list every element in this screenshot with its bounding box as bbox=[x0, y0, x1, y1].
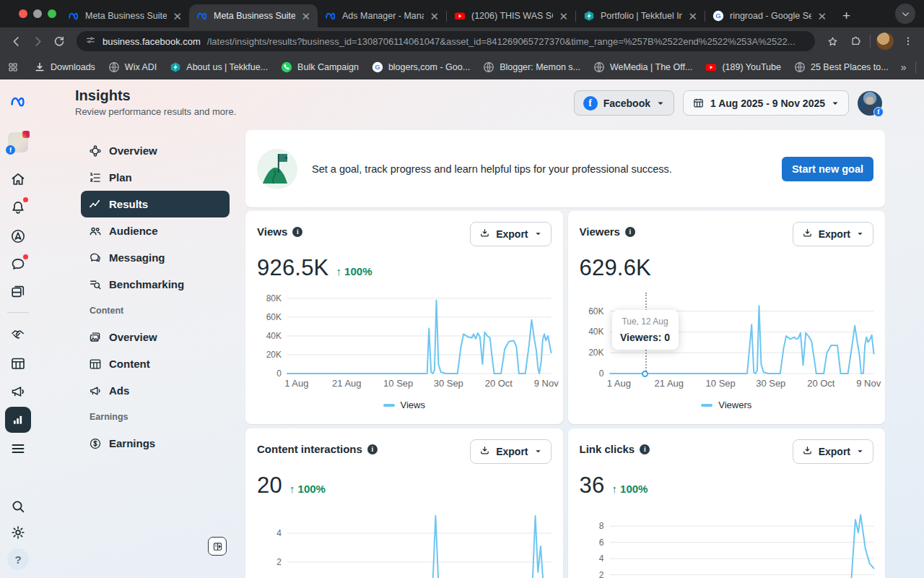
export-button[interactable]: Export bbox=[470, 439, 551, 464]
tab-close-icon[interactable]: ✕ bbox=[301, 11, 310, 22]
rail-home-icon[interactable] bbox=[9, 171, 27, 188]
new-tab-button[interactable]: + bbox=[842, 8, 850, 24]
chart-plot[interactable] bbox=[287, 293, 552, 374]
rail-posts-icon[interactable] bbox=[9, 283, 27, 301]
tab-close-icon[interactable]: ✕ bbox=[688, 11, 697, 22]
chart[interactable]: 80K60K40K20K01 Aug21 Aug10 Sep30 Sep20 O… bbox=[257, 293, 552, 410]
browser-tab[interactable]: Meta Business Suite: Ma✕ bbox=[61, 4, 189, 27]
date-range-picker[interactable]: 1 Aug 2025 - 9 Nov 2025 bbox=[683, 90, 849, 116]
browser-tab[interactable]: Portfolio | Tekkfuel India✕ bbox=[576, 4, 705, 27]
bookmark-star-icon[interactable] bbox=[824, 33, 841, 50]
tooltip-date: Tue, 12 Aug bbox=[618, 316, 673, 327]
sidebar-item-label: Content bbox=[109, 358, 150, 370]
chart[interactable]: 4201 Aug21 Aug10 Sep30 Sep20 Oct9 NovCon… bbox=[257, 510, 552, 578]
y-axis-label: 40K bbox=[257, 331, 282, 341]
chart[interactable]: Tue, 12 AugViewers: 060K40K20K01 Aug21 A… bbox=[580, 293, 874, 410]
browser-profile-avatar[interactable] bbox=[876, 33, 894, 50]
calendar-icon bbox=[692, 97, 705, 109]
apps-grid-icon[interactable] bbox=[7, 59, 19, 76]
zoom-window-button[interactable] bbox=[48, 9, 56, 18]
chart-plot[interactable] bbox=[610, 512, 874, 578]
y-axis-label: 8 bbox=[580, 521, 604, 531]
rail-chat-icon[interactable] bbox=[9, 256, 27, 273]
rail-search-icon[interactable] bbox=[9, 498, 27, 515]
globe-icon bbox=[108, 61, 120, 73]
page-avatar[interactable]: f bbox=[8, 132, 28, 152]
extensions-icon[interactable] bbox=[847, 33, 864, 50]
bookmark-item[interactable]: Blogger: Memon s... bbox=[476, 59, 587, 76]
sidebar-item-earnings[interactable]: Earnings bbox=[81, 430, 230, 457]
info-icon[interactable]: i bbox=[292, 227, 302, 237]
start-new-goal-button[interactable]: Start new goal bbox=[782, 157, 873, 181]
close-window-button[interactable] bbox=[19, 9, 27, 18]
bookmark-item[interactable]: Gblogers,com - Goo... bbox=[365, 59, 476, 76]
google-icon: G bbox=[372, 61, 383, 73]
export-button[interactable]: Export bbox=[793, 222, 873, 246]
info-icon[interactable]: i bbox=[625, 227, 635, 237]
sidebar-collapse-button[interactable] bbox=[208, 537, 227, 556]
toolbar-divider bbox=[870, 35, 871, 48]
bookmark-item[interactable]: Bulk Campaign bbox=[274, 59, 365, 76]
rail-planner-icon[interactable] bbox=[9, 355, 27, 372]
reload-button[interactable] bbox=[51, 33, 68, 50]
rail-insights-icon[interactable] bbox=[5, 407, 31, 433]
platform-selector[interactable]: f Facebook bbox=[574, 90, 674, 116]
sidebar-item-benchmarking[interactable]: Benchmarking bbox=[81, 271, 230, 298]
metric-card-link-clicks: Link clicksiExport36↑ 100%864201 Aug21 A… bbox=[568, 428, 886, 578]
chart[interactable]: 864201 Aug21 Aug10 Sep30 Sep20 Oct9 NovL… bbox=[580, 510, 874, 578]
bookmark-item[interactable]: 25 Best Places to... bbox=[788, 59, 895, 76]
rail-settings-icon[interactable] bbox=[9, 524, 27, 541]
rail-meta-logo-icon[interactable] bbox=[9, 93, 27, 111]
y-axis-label: 4 bbox=[257, 528, 282, 538]
bookmark-item[interactable]: About us | Tekkfue... bbox=[163, 59, 274, 76]
browser-tab[interactable]: Ads Manager - Manage✕ bbox=[318, 4, 446, 27]
chart-plot[interactable] bbox=[287, 510, 552, 578]
tab-close-icon[interactable]: ✕ bbox=[559, 11, 568, 22]
sidebar-item-label: Overview bbox=[109, 331, 157, 343]
sidebar-item-content[interactable]: Content bbox=[81, 350, 230, 377]
back-button[interactable] bbox=[7, 33, 25, 50]
site-info-icon[interactable] bbox=[85, 35, 96, 48]
tab-close-icon[interactable]: ✕ bbox=[817, 11, 827, 22]
bookmark-item[interactable]: Wix ADI bbox=[102, 59, 163, 76]
minimize-window-button[interactable] bbox=[33, 9, 42, 18]
browser-tab[interactable]: Gringroad - Google Searc✕ bbox=[705, 4, 834, 27]
card-title: Viewersi bbox=[580, 222, 635, 238]
tekkfuel-icon bbox=[170, 61, 181, 73]
rail-deals-icon[interactable] bbox=[9, 326, 27, 343]
browser-menu-icon[interactable] bbox=[899, 33, 917, 50]
tab-close-icon[interactable]: ✕ bbox=[430, 11, 439, 22]
sidebar-item-messaging[interactable]: Messaging bbox=[81, 244, 230, 271]
rail-menu-icon[interactable] bbox=[9, 440, 27, 457]
export-button[interactable]: Export bbox=[793, 439, 873, 464]
forward-button[interactable] bbox=[29, 33, 46, 50]
sidebar-item-audience[interactable]: Audience bbox=[81, 217, 230, 244]
sidebar-item-results[interactable]: Results bbox=[81, 191, 230, 217]
browser-tab[interactable]: Meta Business Suite✕ bbox=[189, 4, 318, 27]
sidebar-item-plan[interactable]: Plan bbox=[81, 164, 230, 191]
bookmarks-overflow-icon[interactable]: » bbox=[895, 61, 912, 73]
bookmark-item[interactable]: WeMedia | The Off... bbox=[587, 59, 699, 76]
all-bookmarks[interactable]: All Bookmarks bbox=[920, 59, 924, 76]
help-icon[interactable]: ? bbox=[7, 548, 29, 570]
rail-ads-arrow-icon[interactable] bbox=[9, 228, 27, 245]
sidebar-item-overview[interactable]: Overview bbox=[81, 137, 230, 164]
rail-bell-icon[interactable] bbox=[9, 199, 27, 216]
globe-icon bbox=[794, 61, 806, 73]
tab-close-icon[interactable]: ✕ bbox=[173, 11, 182, 22]
bookmark-item[interactable]: Downloads bbox=[27, 59, 102, 76]
y-axis-label: 60K bbox=[580, 306, 604, 316]
rail-megaphone-icon[interactable] bbox=[9, 383, 27, 400]
bookmark-item[interactable]: (189) YouTube bbox=[699, 59, 788, 76]
tab-search-chevron-icon[interactable] bbox=[895, 4, 915, 24]
info-icon[interactable]: i bbox=[640, 444, 650, 454]
sidebar-item-overview[interactable]: Overview bbox=[81, 324, 230, 350]
omnibox[interactable]: business.facebook.com/latest/insights/re… bbox=[77, 31, 815, 51]
browser-tab[interactable]: (1206) THIS WAS SO DA✕ bbox=[447, 4, 575, 27]
sidebar-item-ads[interactable]: Ads bbox=[81, 377, 230, 404]
svg-text:G: G bbox=[715, 12, 720, 20]
chart-plot[interactable]: Tue, 12 AugViewers: 0 bbox=[610, 303, 874, 374]
info-icon[interactable]: i bbox=[367, 444, 378, 454]
profile-avatar[interactable]: f bbox=[858, 91, 882, 116]
export-button[interactable]: Export bbox=[470, 222, 551, 246]
